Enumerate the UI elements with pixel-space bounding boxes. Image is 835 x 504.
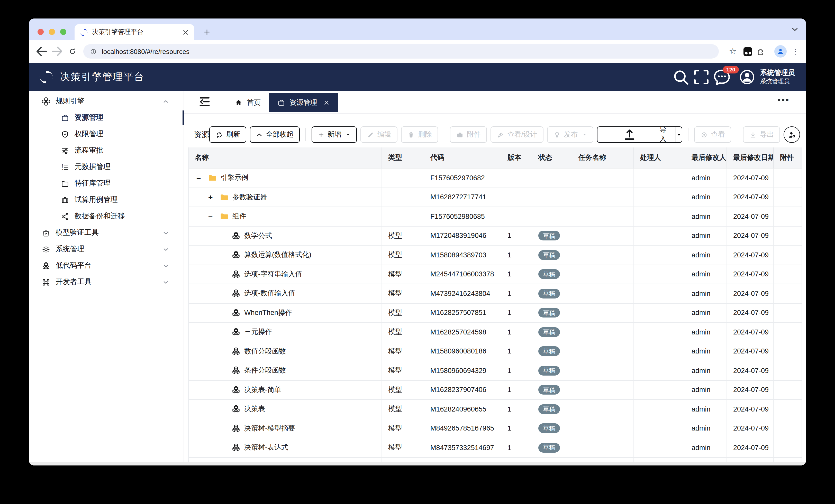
tab-resource-management[interactable]: 资源管理 (269, 93, 338, 112)
import-split-button[interactable]: 导入 (597, 126, 682, 143)
export-button[interactable]: 导出 (743, 126, 780, 143)
new-tab-button[interactable] (201, 26, 213, 38)
sidebar-section-system-management[interactable]: 系统管理 (29, 241, 184, 257)
publish-button[interactable]: 发布 (547, 126, 593, 143)
last-modifier: admin (692, 444, 711, 451)
extensions-puzzle-icon[interactable] (756, 47, 766, 56)
delete-button[interactable]: 删除 (401, 126, 438, 143)
view-button[interactable]: 查看 (694, 126, 731, 143)
sidebar-item-label: 资源管理 (75, 113, 184, 122)
command-icon (42, 278, 50, 287)
status-badge: 草稿 (538, 250, 560, 260)
close-window-button[interactable] (38, 29, 44, 35)
table-row[interactable]: 选项-数值输入值 模型 M47392416243804 1 草稿 admin 2… (189, 284, 801, 303)
sidebar-section-rule-engine[interactable]: 规则引擎 (29, 93, 184, 109)
user-info[interactable]: 系统管理员 系统管理员 (760, 69, 795, 85)
table-row[interactable]: 数值分段函数 模型 M1580960080186 1 草稿 admin 2024… (189, 342, 801, 361)
sidebar-item-permission-management[interactable]: 权限管理 (29, 126, 184, 142)
sidebar-section-lowcode-platform[interactable]: 低代码平台 (29, 257, 184, 274)
table-row[interactable]: − 组件 F1576052980685 (189, 207, 801, 226)
edit-button[interactable]: 编辑 (361, 126, 398, 143)
site-info-icon[interactable] (89, 47, 97, 55)
attachment-button[interactable]: 附件 (450, 126, 487, 143)
last-modified-date: 2024-07-09 (733, 232, 769, 240)
browser-tab[interactable]: 决策引擎管理平台 (75, 24, 195, 40)
back-button[interactable] (34, 44, 49, 59)
import-button[interactable]: 导入 (597, 127, 676, 142)
sidebar-item-feature-library[interactable]: 特征库管理 (29, 175, 184, 192)
main-content: 首页 资源管理 ••• 资源 刷新 (184, 91, 806, 465)
resource-type: 模型 (388, 308, 402, 317)
sidebar-item-metadata-management[interactable]: 元数据管理 (29, 159, 184, 175)
tab-home[interactable]: 首页 (226, 93, 269, 112)
url-text[interactable]: localhost:8080/#/re/resources (102, 47, 189, 55)
table-row[interactable]: 决策树-表达式 模型 M847357332514697 1 草稿 admin 2… (189, 438, 801, 458)
browser-menu-icon[interactable]: ⋮ (792, 47, 799, 56)
last-modified-date: 2024-07-09 (733, 425, 769, 432)
model-cubes-icon (231, 404, 241, 414)
bookmark-star-icon[interactable]: ☆ (726, 47, 739, 56)
search-button[interactable] (670, 66, 691, 87)
minimize-window-button[interactable] (49, 29, 55, 35)
browser-window: 决策引擎管理平台 localhost:8080/#/re/resources ☆… (29, 19, 806, 465)
tab-label: 资源管理 (289, 98, 317, 107)
caret-down-icon (676, 132, 682, 138)
forward-button[interactable] (49, 44, 65, 59)
status-badge: 草稿 (538, 385, 560, 395)
sidebar-section-developer-tools[interactable]: 开发者工具 (29, 274, 184, 290)
table-row[interactable]: 决策树-模型摘要 模型 M849265785167965 1 草稿 admin … (189, 419, 801, 438)
bag-check-icon (42, 228, 50, 237)
refresh-button[interactable]: 刷新 (209, 126, 246, 143)
sidebar-item-label: 数据备份和迁移 (75, 212, 184, 221)
notification-badge: 120 (722, 65, 739, 73)
tree-expander[interactable]: − (197, 174, 208, 182)
sidebar-item-resource-management[interactable]: 资源管理 (29, 109, 184, 126)
table-row[interactable]: 条件分段函数 模型 M1580960694329 1 草稿 admin 2024… (189, 361, 801, 380)
close-tab-icon[interactable] (182, 28, 189, 36)
sidebar-section-model-validation-tools[interactable]: 模型验证工具 (29, 225, 184, 241)
window-controls[interactable] (38, 29, 66, 35)
reload-button[interactable] (65, 44, 80, 59)
messages-button[interactable]: 120 (711, 66, 732, 87)
app-title: 决策引擎管理平台 (60, 70, 144, 83)
sidebar-item-trial-case-management[interactable]: 试算用例管理 (29, 192, 184, 208)
table-row[interactable]: 算数运算(数值格式化) 模型 M1580894389703 1 草稿 admin… (189, 246, 801, 265)
tree-expander[interactable]: + (208, 193, 220, 202)
fullscreen-button[interactable] (691, 66, 711, 87)
extension-icon[interactable] (744, 47, 752, 56)
sidebar-item-process-approval[interactable]: 流程审批 (29, 142, 184, 159)
resource-code: M1580960080186 (430, 348, 486, 355)
import-dropdown-toggle[interactable] (676, 127, 682, 142)
user-avatar-icon[interactable] (738, 68, 756, 86)
last-modified-date: 2024-07-09 (733, 444, 769, 451)
zoom-window-button[interactable] (60, 29, 66, 35)
table-row[interactable]: − 引擎示例 F1576052970682 (189, 169, 801, 188)
resource-code: M1628257507851 (430, 309, 486, 317)
add-button[interactable]: 新增 (311, 126, 357, 143)
table-row[interactable]: 三元操作 模型 M1628257024598 1 草稿 admin 2024-0… (189, 323, 801, 342)
tab-more-options-icon[interactable]: ••• (777, 95, 790, 105)
collapse-all-button[interactable]: 全部收起 (250, 126, 300, 143)
last-modifier: admin (692, 251, 711, 259)
resource-type: 模型 (388, 289, 402, 298)
browser-profile-avatar[interactable] (774, 45, 787, 58)
close-tab-icon[interactable] (323, 100, 330, 106)
column-header: 版本 (501, 147, 532, 168)
status-badge: 草稿 (538, 289, 560, 298)
collapse-sidebar-icon[interactable] (198, 95, 211, 108)
resource-version: 1 (508, 386, 511, 394)
ordered-list-icon (61, 163, 69, 171)
user-settings-button[interactable] (783, 126, 800, 143)
sidebar-item-data-backup-migration[interactable]: 数据备份和迁移 (29, 208, 184, 225)
table-row[interactable]: 决策表 模型 M1628240960655 1 草稿 admin 2024-07… (189, 400, 801, 419)
view-design-button[interactable]: 查看/设计 (490, 126, 544, 143)
tab-search-chevron-icon[interactable] (791, 25, 799, 34)
table-row[interactable]: 决策表-简单 模型 M1628237907406 1 草稿 admin 2024… (189, 380, 801, 400)
address-bar[interactable]: localhost:8080/#/re/resources (83, 44, 719, 59)
table-row[interactable]: 数学公式 模型 M1720483919046 1 草稿 admin 2024-0… (189, 226, 801, 246)
tree-expander[interactable]: − (208, 212, 220, 221)
table-row[interactable]: 选项-字符串输入值 模型 M245447106003378 1 草稿 admin… (189, 265, 801, 284)
table-row[interactable]: + 参数验证器 M1628272717741 (189, 188, 801, 207)
toolbar-divider (305, 128, 306, 141)
table-row[interactable]: WhenThen操作 模型 M1628257507851 1 草稿 admin … (189, 303, 801, 323)
